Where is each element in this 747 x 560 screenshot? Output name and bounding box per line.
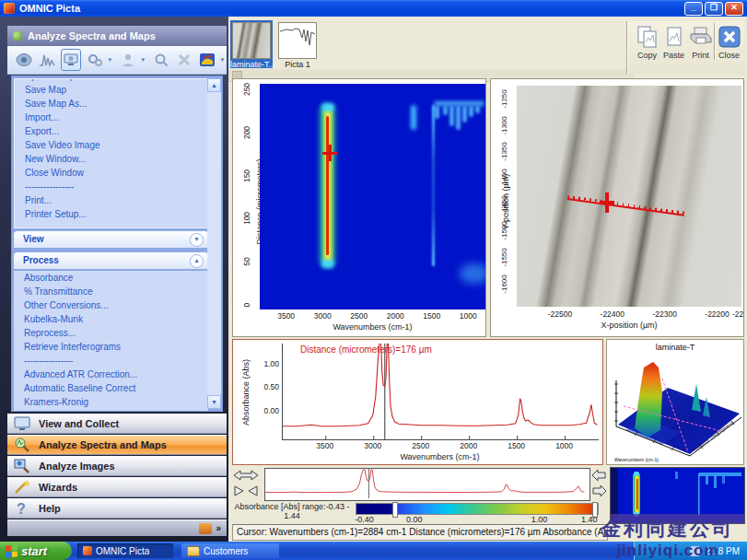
menu-item[interactable]: Absorbance (14, 271, 208, 285)
menu-scrollbar[interactable]: ▲ ▼ (207, 78, 221, 409)
map-feature-band (326, 116, 329, 256)
window-titlebar[interactable]: OMNIC Picta _ ❐ ✕ (0, 0, 747, 17)
overview-left-controls (232, 469, 260, 497)
display-monitor-icon[interactable] (61, 49, 81, 71)
menu-item[interactable]: Retrieve Interferograms (14, 340, 208, 354)
nav-item-label: Help (39, 503, 61, 514)
menu-item[interactable]: Export... (15, 124, 209, 138)
colorbar-gradient[interactable] (356, 503, 599, 515)
nav-item-wizards[interactable]: Wizards (7, 477, 227, 497)
section-header-process[interactable]: Process ▲ (14, 252, 208, 269)
colorbar-handle[interactable] (392, 502, 398, 518)
spectrum-xlabel: Wavenumbers (cm-1) (282, 452, 598, 461)
task-label: Customers (204, 546, 248, 556)
menu-item[interactable]: % Transmittance (14, 285, 208, 298)
nav-item-help[interactable]: ?Help (7, 498, 227, 519)
tick-label: -22200 (701, 309, 734, 319)
map-plot[interactable] (260, 84, 485, 309)
tray-icon[interactable] (690, 546, 700, 556)
menu-item[interactable]: Advanced ATR Correction... (14, 368, 208, 381)
module-title: Analyze Spectra and Maps (28, 30, 156, 41)
video-panel: Y-position (µm) -22500-22400-22300-22200… (490, 78, 744, 337)
menu-item[interactable]: Kramers-Kronig (14, 395, 208, 409)
menu-item[interactable]: New Window... (15, 152, 209, 166)
clock: 2:18 PM (706, 546, 740, 556)
tick-label: 2500 (347, 311, 371, 321)
print-button[interactable]: Print (687, 23, 714, 60)
copy-icon (634, 23, 660, 51)
nav-item-view-and-collect[interactable]: View and Collect (7, 414, 227, 434)
tab-laminate-t-[interactable]: laminate-T... (230, 20, 273, 68)
menu-item[interactable]: Save Map As... (15, 97, 209, 111)
process-gears-icon[interactable] (86, 50, 104, 70)
menu-item[interactable]: Save Map (15, 83, 209, 97)
expand-horizontal-icon[interactable] (232, 469, 260, 483)
chevron-down-icon[interactable]: ▼ (190, 233, 204, 247)
help-icon: ? (13, 500, 31, 517)
menu-item[interactable]: Kubelka-Munk (14, 312, 208, 326)
minimize-button[interactable]: _ (684, 2, 703, 16)
restore-button[interactable]: ❐ (705, 2, 723, 16)
surface3d-plot[interactable]: Wavenumbers (cm-1) Distance (micrometers… (607, 353, 743, 463)
book-icon (199, 523, 212, 534)
close-window-button[interactable]: ✕ (725, 2, 743, 16)
video-image[interactable] (517, 86, 741, 307)
pan-left-icon[interactable] (591, 469, 607, 483)
start-button[interactable]: start (0, 542, 72, 560)
map-layers-icon-caret[interactable]: ▾ (221, 50, 227, 70)
task-button-customers[interactable]: Customers (181, 543, 279, 558)
overview-right-controls (591, 469, 607, 498)
spectra-peaks-icon[interactable] (38, 50, 56, 70)
tab-picta-1[interactable]: Picta 1 (276, 20, 319, 68)
menu-item[interactable]: Close Window (15, 166, 209, 180)
copy-button[interactable]: Copy (634, 23, 660, 60)
task-menu: Update Map...Save MapSave Map As...Impor… (11, 76, 223, 412)
colorbar-tick-label: 0.00 (401, 515, 428, 524)
scroll-up-icon[interactable]: ▲ (207, 78, 221, 92)
window-title: OMNIC Picta (19, 3, 80, 14)
action-label: Print (687, 51, 714, 60)
menu-item[interactable]: Automatic Baseline Correct (14, 381, 208, 395)
nav-item-analyze-images[interactable]: Analyze Images (7, 456, 227, 476)
tick-label: -1550 (500, 246, 508, 270)
menu-item[interactable]: Import... (15, 111, 209, 124)
colorbar-row: Absorbance [Abs] range:-0.43 - 1.44 -0.4… (228, 501, 608, 525)
overview-plot[interactable] (264, 468, 590, 501)
map-feature-blob (449, 106, 454, 126)
menu-item[interactable]: Reprocess... (14, 326, 208, 340)
map-panel: Distance (micrometers) 35003000250020001… (232, 78, 486, 337)
menu-item[interactable]: Printer Setup... (15, 207, 209, 221)
spectrum-panel: Absorbance (Abs) Distance (micrometers)=… (232, 339, 603, 465)
process-gears-icon-caret[interactable]: ▾ (108, 50, 113, 70)
nav-overflow-chevron-icon[interactable]: » (216, 523, 221, 533)
collapse-horizontal-icon[interactable] (232, 484, 260, 497)
map-feature-cap (321, 260, 334, 268)
map-layers-icon[interactable] (198, 50, 216, 70)
search-icon[interactable] (152, 50, 170, 70)
close-button[interactable]: Close (714, 23, 742, 60)
delete-icon[interactable] (175, 50, 193, 70)
scroll-down-icon[interactable]: ▼ (207, 395, 221, 409)
menu-item[interactable]: Other Conversions... (14, 298, 208, 312)
user-icon-caret[interactable]: ▾ (142, 50, 147, 70)
task-label: OMNIC Picta (96, 546, 149, 556)
menu-item[interactable]: Save Video Image (15, 138, 209, 152)
tab-label: Picta 1 (276, 60, 319, 69)
pan-right-icon[interactable] (591, 484, 607, 498)
collect-view-icon[interactable] (15, 50, 33, 70)
nav-item-analyze-spectra-and-maps[interactable]: Analyze Spectra and Maps (7, 435, 227, 455)
map-thumbnail[interactable] (610, 467, 745, 524)
section-header-view[interactable]: View ▼ (14, 231, 208, 248)
scan-line-ticks (567, 195, 684, 216)
user-icon[interactable] (119, 50, 137, 70)
chevron-up-icon[interactable]: ▲ (190, 254, 204, 268)
task-button-omnic-picta[interactable]: OMNIC Picta (77, 543, 173, 558)
tick-label: 0.50 (255, 382, 279, 391)
menu-item[interactable]: Print... (15, 193, 209, 207)
nav-item-label: Analyze Spectra and Maps (39, 439, 167, 450)
tick-label: -1350 (500, 140, 508, 164)
surface3d-title: laminate-T (607, 343, 743, 352)
tick-label: 3500 (313, 441, 337, 450)
paste-button[interactable]: Paste (660, 23, 687, 60)
spectrum-plot[interactable] (282, 344, 599, 440)
